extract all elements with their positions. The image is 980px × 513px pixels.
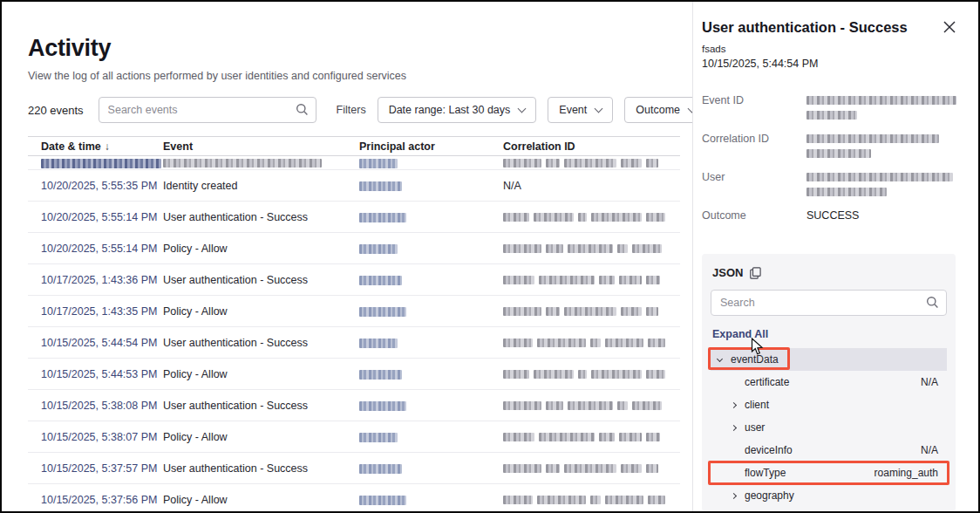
json-node-devicePosture[interactable]: devicePosture bbox=[711, 507, 947, 511]
panel-timestamp: 10/15/2025, 5:44:54 PM bbox=[702, 58, 956, 70]
activity-table: Date & time↓ Event Principal actor Corre… bbox=[28, 136, 680, 511]
table-row[interactable]: 10/20/2025, 5:55:14 PMPolicy - Allow bbox=[28, 233, 680, 264]
cell-date-time: 10/15/2025, 5:44:54 PM bbox=[28, 337, 163, 349]
close-icon[interactable] bbox=[943, 21, 956, 33]
table-row[interactable]: 10/15/2025, 5:37:57 PMUser authenticatio… bbox=[28, 453, 680, 484]
search-events-box bbox=[99, 97, 316, 123]
search-events-input[interactable] bbox=[99, 97, 316, 123]
field-label: User bbox=[702, 169, 806, 183]
copy-icon[interactable] bbox=[750, 267, 761, 279]
cell-date-time bbox=[28, 157, 163, 169]
json-key: deviceInfo bbox=[745, 444, 793, 456]
cell-event bbox=[163, 157, 359, 169]
panel-title: User authentication - Success bbox=[702, 19, 908, 36]
cell-principal-actor-redacted bbox=[359, 274, 503, 286]
cell-correlation-id-redacted bbox=[503, 213, 680, 222]
field-user: User bbox=[702, 169, 956, 196]
table-row[interactable]: 10/15/2025, 5:44:54 PMUser authenticatio… bbox=[28, 327, 680, 359]
cell-date-time: 10/15/2025, 5:38:08 PM bbox=[28, 400, 163, 412]
search-icon bbox=[926, 296, 939, 309]
cell-event: User authentication - Success bbox=[163, 211, 359, 223]
json-key: user bbox=[745, 421, 765, 434]
cell-event: Policy - Allow bbox=[163, 305, 359, 318]
field-label: Outcome bbox=[702, 208, 806, 222]
json-node-flowType[interactable]: flowTyperoaming_auth bbox=[711, 462, 947, 484]
chevron-down-icon bbox=[518, 104, 527, 113]
json-key: geography bbox=[745, 489, 794, 502]
cell-date-time: 10/15/2025, 5:44:53 PM bbox=[28, 368, 163, 380]
column-header-date-time[interactable]: Date & time↓ bbox=[28, 140, 163, 153]
json-key: eventData bbox=[731, 353, 779, 366]
field-label: Correlation ID bbox=[702, 131, 806, 145]
cell-event: Policy - Allow bbox=[163, 494, 359, 506]
json-key: flowType bbox=[745, 467, 786, 479]
table-row[interactable]: 10/15/2025, 5:38:08 PMUser authenticatio… bbox=[28, 390, 680, 421]
cell-event: Policy - Allow bbox=[163, 431, 359, 443]
json-viewer: JSON Expand All eventDatacertificateN/Ac… bbox=[702, 254, 956, 511]
cell-principal-actor-redacted bbox=[359, 211, 503, 223]
chevron-down-icon[interactable] bbox=[718, 359, 731, 361]
outcome-filter-label: Outcome bbox=[636, 104, 680, 116]
expand-all-link[interactable]: Expand All bbox=[711, 328, 947, 340]
chevron-down-icon bbox=[595, 104, 603, 113]
date-range-filter-dropdown[interactable]: Date range: Last 30 days bbox=[378, 97, 537, 123]
column-header-principal-actor: Principal actor bbox=[359, 140, 503, 153]
table-row[interactable]: 10/15/2025, 5:38:07 PMPolicy - Allow bbox=[28, 421, 680, 453]
cell-correlation-id-redacted bbox=[503, 496, 680, 504]
table-row[interactable]: 10/15/2025, 5:44:53 PMPolicy - Allow bbox=[28, 359, 680, 390]
table-row[interactable]: 10/15/2025, 5:37:56 PMPolicy - Allow bbox=[28, 484, 680, 511]
event-count: 220 events bbox=[28, 104, 84, 117]
date-range-filter-label: Date range: Last 30 days bbox=[389, 104, 511, 116]
cell-event: User authentication - Success bbox=[163, 462, 359, 475]
cell-correlation-id-redacted bbox=[503, 339, 680, 347]
cell-correlation-id-redacted bbox=[503, 370, 680, 379]
field-value-redacted bbox=[806, 131, 939, 158]
cell-event: User authentication - Success bbox=[163, 337, 359, 349]
cell-correlation-id-redacted bbox=[503, 159, 680, 168]
cell-event: Policy - Allow bbox=[163, 368, 359, 380]
activity-page: Activity View the log of all actions per… bbox=[2, 2, 692, 511]
cell-correlation-id-redacted bbox=[503, 244, 680, 253]
page-title: Activity bbox=[28, 35, 692, 62]
cell-event: Policy - Allow bbox=[163, 243, 359, 255]
json-node-user[interactable]: user bbox=[711, 416, 947, 439]
json-value: roaming_auth bbox=[875, 467, 938, 479]
table-body: 10/20/2025, 5:55:35 PMIdentity createdN/… bbox=[28, 156, 680, 511]
json-node-deviceInfo[interactable]: deviceInfoN/A bbox=[711, 439, 947, 462]
json-search-input[interactable] bbox=[711, 290, 947, 316]
cell-principal-actor-redacted bbox=[359, 400, 503, 412]
cell-principal-actor-redacted bbox=[359, 243, 503, 255]
event-detail-panel: User authentication - Success fsads 10/1… bbox=[692, 2, 978, 511]
cell-date-time: 10/15/2025, 5:37:56 PM bbox=[28, 494, 163, 506]
table-row[interactable]: 10/17/2025, 1:43:35 PMPolicy - Allow bbox=[28, 296, 680, 327]
cell-event: Identity created bbox=[163, 180, 359, 192]
cell-principal-actor-redacted bbox=[359, 431, 503, 443]
cell-date-time: 10/17/2025, 1:43:36 PM bbox=[28, 274, 163, 286]
cell-event: User authentication - Success bbox=[163, 274, 359, 286]
search-icon bbox=[296, 103, 309, 116]
cell-principal-actor-redacted bbox=[359, 157, 503, 169]
chevron-right-icon[interactable] bbox=[732, 494, 745, 498]
table-row[interactable] bbox=[28, 156, 680, 170]
json-node-certificate[interactable]: certificateN/A bbox=[711, 371, 947, 393]
json-node-eventData[interactable]: eventData bbox=[711, 348, 947, 371]
json-key: certificate bbox=[745, 376, 789, 388]
toolbar: 220 events Filters Date range: Last 30 d… bbox=[28, 97, 692, 123]
cell-correlation-id: N/A bbox=[503, 180, 680, 192]
json-key: client bbox=[745, 399, 769, 411]
sort-descending-icon[interactable]: ↓ bbox=[105, 140, 110, 153]
cell-correlation-id-redacted bbox=[503, 307, 680, 316]
cell-correlation-id-redacted bbox=[503, 464, 680, 473]
chevron-right-icon[interactable] bbox=[732, 426, 745, 430]
table-row[interactable]: 10/17/2025, 1:43:36 PMUser authenticatio… bbox=[28, 264, 680, 296]
json-node-client[interactable]: client bbox=[711, 393, 947, 416]
chevron-right-icon[interactable] bbox=[732, 403, 745, 407]
table-row[interactable]: 10/20/2025, 5:55:35 PMIdentity createdN/… bbox=[28, 170, 680, 202]
cell-principal-actor-redacted bbox=[359, 180, 503, 192]
table-row[interactable]: 10/20/2025, 5:55:14 PMUser authenticatio… bbox=[28, 202, 680, 233]
field-correlation-id: Correlation ID bbox=[702, 131, 956, 158]
field-outcome: Outcome SUCCESS bbox=[702, 208, 956, 234]
json-node-geography[interactable]: geography bbox=[711, 484, 947, 507]
event-filter-dropdown[interactable]: Event bbox=[548, 97, 613, 123]
outcome-filter-dropdown[interactable]: Outcome bbox=[624, 97, 692, 123]
